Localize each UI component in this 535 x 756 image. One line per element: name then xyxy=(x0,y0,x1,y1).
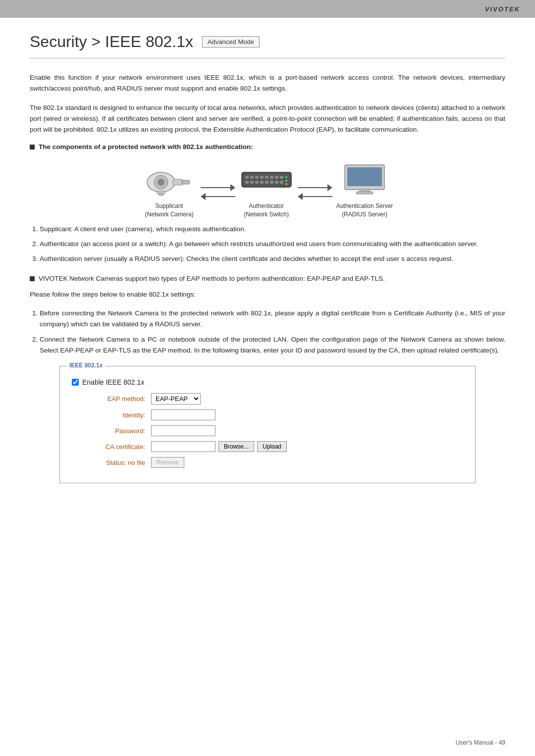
upload-button[interactable]: Upload xyxy=(257,441,287,452)
svg-rect-28 xyxy=(347,167,382,186)
arrow-right-2 xyxy=(298,184,332,191)
arrow-group-right-1 xyxy=(201,184,235,200)
list-item-3: Authentication server (usually a RADIUS … xyxy=(40,253,505,264)
status-label: Status: no file xyxy=(72,459,151,466)
svg-rect-17 xyxy=(250,181,254,184)
svg-rect-23 xyxy=(280,181,283,184)
enable-checkbox-row: Enable IEEE 802.1x xyxy=(72,378,463,386)
enable-ieee-label[interactable]: Enable IEEE 802.1x xyxy=(82,378,144,386)
identity-control xyxy=(151,409,215,420)
svg-rect-20 xyxy=(265,181,268,184)
password-control xyxy=(151,425,215,436)
svg-rect-15 xyxy=(280,176,283,179)
svg-rect-21 xyxy=(270,181,273,184)
footer: User's Manual - 49 xyxy=(456,739,505,746)
list-item-2: Authenticator (an access point or a swit… xyxy=(40,239,505,250)
svg-rect-6 xyxy=(159,193,163,196)
auth-server-label: Authentication Server(RADIUS Server) xyxy=(336,202,393,219)
bullet-square-icon-2 xyxy=(30,276,35,281)
bullet-2: VIVOTEK Network Cameras support two type… xyxy=(30,275,505,282)
bullet-2-text: VIVOTEK Network Cameras support two type… xyxy=(39,275,385,282)
svg-rect-13 xyxy=(270,176,273,179)
eap-method-label: EAP method: xyxy=(72,395,151,403)
list-item-step-1: Before connecting the Network Camera to … xyxy=(40,308,505,330)
identity-input[interactable] xyxy=(151,409,215,420)
status-control: Remove xyxy=(151,457,184,468)
list-item-1: Supplicant: A client end user (camera), … xyxy=(40,224,505,235)
svg-point-2 xyxy=(158,179,164,186)
server-svg xyxy=(342,162,387,197)
svg-rect-19 xyxy=(260,181,264,184)
enable-ieee-checkbox[interactable] xyxy=(72,379,79,386)
svg-rect-18 xyxy=(255,181,259,184)
arrows-2 xyxy=(294,184,336,219)
ieee-form-box: IEEE 802.1x Enable IEEE 802.1x EAP metho… xyxy=(59,366,476,483)
svg-rect-30 xyxy=(356,192,373,194)
steps-intro: Please follow the steps below to enable … xyxy=(30,289,505,300)
main-content: Security > IEEE 802.1x Advanced Mode Ena… xyxy=(0,18,535,523)
svg-point-24 xyxy=(285,176,287,178)
page-title: Security > IEEE 802.1x xyxy=(30,33,193,51)
svg-rect-9 xyxy=(250,176,254,179)
svg-rect-14 xyxy=(275,176,278,179)
password-label: Password: xyxy=(72,427,151,435)
svg-rect-8 xyxy=(245,176,249,179)
arrows-1 xyxy=(197,184,239,219)
ca-cert-input[interactable] xyxy=(151,441,215,452)
diagram-supplicant: Supplicant(Network Camera) xyxy=(142,162,197,219)
footer-text: User's Manual - 49 xyxy=(456,739,505,746)
browse-button[interactable]: Browse... xyxy=(218,441,254,452)
brand-label: VIVOTEK xyxy=(485,5,520,13)
top-bar: VIVOTEK xyxy=(0,0,535,18)
diagram-auth-server: Authentication Server(RADIUS Server) xyxy=(336,162,393,219)
ca-cert-label: CA certificate: xyxy=(72,443,151,451)
bullet-1-text: The components of a protected network wi… xyxy=(39,143,253,151)
svg-rect-11 xyxy=(260,176,264,179)
arrow-left-2 xyxy=(298,193,332,200)
svg-rect-12 xyxy=(265,176,268,179)
password-input[interactable] xyxy=(151,425,215,436)
identity-row: Identity: xyxy=(72,409,463,420)
svg-point-26 xyxy=(285,183,287,185)
svg-rect-22 xyxy=(275,181,278,184)
svg-point-25 xyxy=(285,180,287,182)
paragraph-1: Enable this function if your network env… xyxy=(30,72,505,95)
list-2: Before connecting the Network Camera to … xyxy=(40,308,505,356)
remove-button[interactable]: Remove xyxy=(151,457,184,468)
diagram-authenticator: Authenticator(Network Switch) xyxy=(239,165,294,219)
identity-label: Identity: xyxy=(72,411,151,419)
switch-svg xyxy=(239,165,294,197)
camera-svg xyxy=(142,162,197,197)
svg-rect-7 xyxy=(242,172,291,187)
authenticator-label: Authenticator(Network Switch) xyxy=(244,202,289,219)
password-row: Password: xyxy=(72,425,463,436)
list-1: Supplicant: A client end user (camera), … xyxy=(40,224,505,265)
supplicant-label: Supplicant(Network Camera) xyxy=(145,202,194,219)
network-diagram: Supplicant(Network Camera) xyxy=(30,162,505,219)
svg-rect-3 xyxy=(173,179,183,185)
svg-rect-16 xyxy=(245,181,249,184)
svg-rect-4 xyxy=(182,180,190,184)
svg-rect-10 xyxy=(255,176,259,179)
page: VIVOTEK Security > IEEE 802.1x Advanced … xyxy=(0,0,535,756)
bullet-square-icon xyxy=(30,145,35,150)
arrow-right-1 xyxy=(201,184,235,191)
list-item-step-2: Connect the Network Camera to a PC or no… xyxy=(40,334,505,356)
arrow-left-1 xyxy=(201,193,235,200)
advanced-mode-badge: Advanced Mode xyxy=(202,36,260,48)
eap-method-control: EAP-PEAP EAP-TLS xyxy=(151,393,201,404)
paragraph-2: The 802.1x standard is designed to enhan… xyxy=(30,102,505,136)
ca-cert-control: Browse... Upload xyxy=(151,441,287,452)
eap-method-row: EAP method: EAP-PEAP EAP-TLS xyxy=(72,393,463,404)
page-header: Security > IEEE 802.1x Advanced Mode xyxy=(30,33,505,58)
bullet-1: The components of a protected network wi… xyxy=(30,143,505,151)
eap-method-select[interactable]: EAP-PEAP EAP-TLS xyxy=(151,393,201,404)
ca-cert-row: CA certificate: Browse... Upload xyxy=(72,441,463,452)
ieee-box-title: IEEE 802.1x xyxy=(67,362,105,369)
arrow-group-right-2 xyxy=(298,184,332,200)
status-row: Status: no file Remove xyxy=(72,457,463,468)
